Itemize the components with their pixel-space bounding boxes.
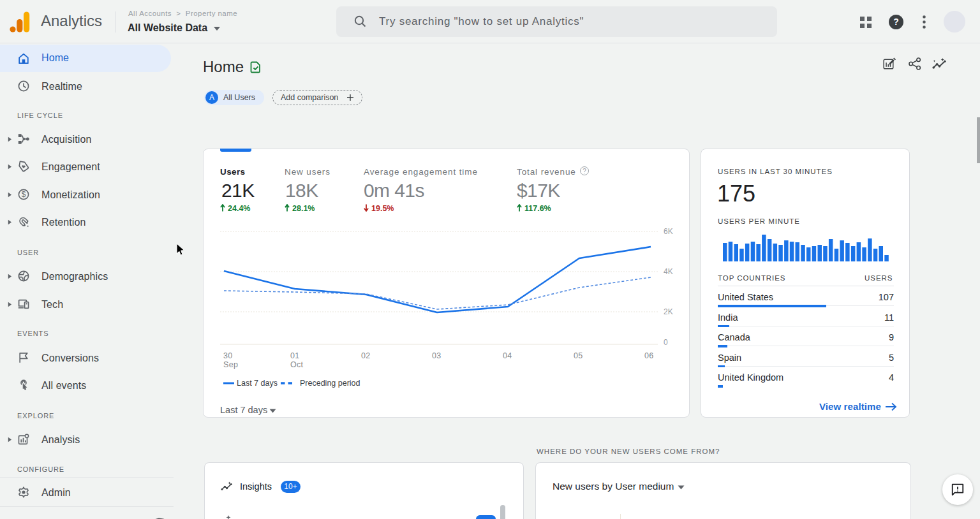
svg-text:$: $ [22,190,26,199]
